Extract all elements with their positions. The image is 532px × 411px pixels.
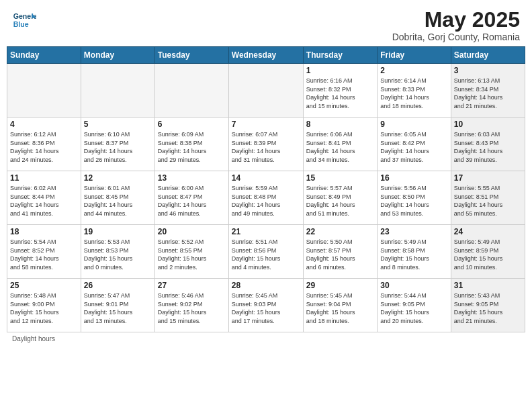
day-number: 21 — [232, 227, 300, 236]
day-info: Sunrise: 6:14 AMSunset: 8:33 PMDaylight:… — [380, 77, 447, 110]
calendar-cell: 5Sunrise: 6:10 AMSunset: 8:37 PMDaylight… — [81, 118, 154, 171]
day-number: 14 — [232, 173, 300, 183]
day-info: Sunrise: 5:57 AMSunset: 8:49 PMDaylight:… — [306, 184, 374, 218]
day-info: Sunrise: 6:05 AMSunset: 8:42 PMDaylight:… — [380, 130, 447, 164]
day-number: 5 — [84, 120, 152, 129]
weekday-header-saturday: Saturday — [451, 47, 525, 64]
calendar-cell: 15Sunrise: 5:57 AMSunset: 8:49 PMDayligh… — [303, 171, 377, 225]
day-info: Sunrise: 5:44 AMSunset: 9:05 PMDaylight:… — [380, 291, 447, 325]
day-number: 4 — [10, 120, 78, 129]
month-title: May 2025 — [392, 8, 520, 32]
day-info: Sunrise: 5:45 AMSunset: 9:03 PMDaylight:… — [232, 291, 300, 325]
calendar-cell: 14Sunrise: 5:59 AMSunset: 8:48 PMDayligh… — [228, 171, 303, 225]
day-number: 16 — [380, 173, 447, 183]
logo: General Blue — [12, 8, 36, 32]
calendar-cell: 28Sunrise: 5:45 AMSunset: 9:03 PMDayligh… — [228, 279, 303, 332]
day-number: 3 — [454, 66, 522, 75]
day-number: 12 — [84, 173, 152, 183]
day-info: Sunrise: 6:10 AMSunset: 8:37 PMDaylight:… — [84, 130, 152, 164]
calendar-cell: 9Sunrise: 6:05 AMSunset: 8:42 PMDaylight… — [378, 118, 451, 171]
day-info: Sunrise: 5:47 AMSunset: 9:01 PMDaylight:… — [84, 291, 152, 325]
day-number: 10 — [454, 120, 522, 129]
day-info: Sunrise: 6:09 AMSunset: 8:38 PMDaylight:… — [158, 130, 226, 164]
weekday-header-monday: Monday — [81, 47, 154, 64]
day-number: 23 — [380, 227, 447, 236]
calendar-cell — [154, 64, 228, 118]
calendar-cell: 19Sunrise: 5:53 AMSunset: 8:53 PMDayligh… — [81, 225, 154, 279]
day-number: 25 — [10, 281, 78, 290]
day-info: Sunrise: 5:46 AMSunset: 9:02 PMDaylight:… — [158, 291, 226, 325]
day-number: 9 — [380, 120, 447, 129]
day-info: Sunrise: 5:55 AMSunset: 8:51 PMDaylight:… — [454, 184, 522, 218]
day-number: 1 — [306, 66, 374, 75]
calendar-cell: 17Sunrise: 5:55 AMSunset: 8:51 PMDayligh… — [451, 171, 525, 225]
day-info: Sunrise: 6:03 AMSunset: 8:43 PMDaylight:… — [454, 130, 522, 164]
day-number: 13 — [158, 173, 226, 183]
day-info: Sunrise: 5:59 AMSunset: 8:48 PMDaylight:… — [232, 184, 300, 218]
day-info: Sunrise: 6:12 AMSunset: 8:36 PMDaylight:… — [10, 130, 78, 164]
day-info: Sunrise: 5:48 AMSunset: 9:00 PMDaylight:… — [10, 291, 78, 325]
calendar-cell: 11Sunrise: 6:02 AMSunset: 8:44 PMDayligh… — [7, 171, 81, 225]
day-number: 31 — [454, 281, 522, 290]
weekday-header-friday: Friday — [378, 47, 451, 64]
day-number: 18 — [10, 227, 78, 236]
day-info: Sunrise: 5:49 AMSunset: 8:58 PMDaylight:… — [380, 238, 447, 271]
calendar-cell: 4Sunrise: 6:12 AMSunset: 8:36 PMDaylight… — [7, 118, 81, 171]
day-number: 7 — [232, 120, 300, 129]
day-info: Sunrise: 5:51 AMSunset: 8:56 PMDaylight:… — [232, 238, 300, 271]
day-number: 8 — [306, 120, 374, 129]
calendar-cell: 2Sunrise: 6:14 AMSunset: 8:33 PMDaylight… — [378, 64, 451, 118]
day-number: 20 — [158, 227, 226, 236]
calendar-cell: 22Sunrise: 5:50 AMSunset: 8:57 PMDayligh… — [303, 225, 377, 279]
calendar-cell: 1Sunrise: 6:16 AMSunset: 8:32 PMDaylight… — [303, 64, 377, 118]
day-number: 26 — [84, 281, 152, 290]
weekday-header-tuesday: Tuesday — [154, 47, 228, 64]
calendar-cell — [81, 64, 154, 118]
svg-text:Blue: Blue — [13, 20, 29, 28]
day-number: 27 — [158, 281, 226, 290]
footer: Daylight hours — [0, 332, 532, 345]
day-number: 19 — [84, 227, 152, 236]
day-number: 15 — [306, 173, 374, 183]
day-number: 17 — [454, 173, 522, 183]
calendar-cell: 30Sunrise: 5:44 AMSunset: 9:05 PMDayligh… — [378, 279, 451, 332]
day-info: Sunrise: 5:54 AMSunset: 8:52 PMDaylight:… — [10, 238, 78, 271]
calendar-cell: 16Sunrise: 5:56 AMSunset: 8:50 PMDayligh… — [378, 171, 451, 225]
day-info: Sunrise: 5:53 AMSunset: 8:53 PMDaylight:… — [84, 238, 152, 271]
day-info: Sunrise: 6:16 AMSunset: 8:32 PMDaylight:… — [306, 77, 374, 110]
day-number: 29 — [306, 281, 374, 290]
day-info: Sunrise: 6:00 AMSunset: 8:47 PMDaylight:… — [158, 184, 226, 218]
day-number: 24 — [454, 227, 522, 236]
calendar-cell: 13Sunrise: 6:00 AMSunset: 8:47 PMDayligh… — [154, 171, 228, 225]
day-number: 28 — [232, 281, 300, 290]
day-info: Sunrise: 6:02 AMSunset: 8:44 PMDaylight:… — [10, 184, 78, 218]
day-info: Sunrise: 6:06 AMSunset: 8:41 PMDaylight:… — [306, 130, 374, 164]
day-info: Sunrise: 5:45 AMSunset: 9:04 PMDaylight:… — [306, 291, 374, 325]
day-info: Sunrise: 5:56 AMSunset: 8:50 PMDaylight:… — [380, 184, 447, 218]
calendar-cell — [228, 64, 303, 118]
calendar-table: SundayMondayTuesdayWednesdayThursdayFrid… — [7, 46, 525, 332]
calendar-cell: 25Sunrise: 5:48 AMSunset: 9:00 PMDayligh… — [7, 279, 81, 332]
day-number: 30 — [380, 281, 447, 290]
subtitle: Dobrita, Gorj County, Romania — [392, 32, 520, 42]
title-block: May 2025 Dobrita, Gorj County, Romania — [392, 8, 520, 42]
calendar-cell: 7Sunrise: 6:07 AMSunset: 8:39 PMDaylight… — [228, 118, 303, 171]
calendar-cell: 27Sunrise: 5:46 AMSunset: 9:02 PMDayligh… — [154, 279, 228, 332]
calendar-cell: 8Sunrise: 6:06 AMSunset: 8:41 PMDaylight… — [303, 118, 377, 171]
day-info: Sunrise: 5:49 AMSunset: 8:59 PMDaylight:… — [454, 238, 522, 271]
weekday-header-wednesday: Wednesday — [228, 47, 303, 64]
calendar-cell: 21Sunrise: 5:51 AMSunset: 8:56 PMDayligh… — [228, 225, 303, 279]
weekday-header-thursday: Thursday — [303, 47, 377, 64]
day-number: 2 — [380, 66, 447, 75]
calendar-cell: 10Sunrise: 6:03 AMSunset: 8:43 PMDayligh… — [451, 118, 525, 171]
calendar-cell: 24Sunrise: 5:49 AMSunset: 8:59 PMDayligh… — [451, 225, 525, 279]
day-number: 6 — [158, 120, 226, 129]
daylight-label: Daylight hours — [12, 335, 55, 342]
calendar-cell: 6Sunrise: 6:09 AMSunset: 8:38 PMDaylight… — [154, 118, 228, 171]
day-info: Sunrise: 6:01 AMSunset: 8:45 PMDaylight:… — [84, 184, 152, 218]
day-info: Sunrise: 5:43 AMSunset: 9:05 PMDaylight:… — [454, 291, 522, 325]
calendar-cell: 31Sunrise: 5:43 AMSunset: 9:05 PMDayligh… — [451, 279, 525, 332]
page-header: General Blue May 2025 Dobrita, Gorj Coun… — [0, 0, 532, 46]
calendar-cell: 20Sunrise: 5:52 AMSunset: 8:55 PMDayligh… — [154, 225, 228, 279]
svg-rect-3 — [32, 13, 33, 18]
